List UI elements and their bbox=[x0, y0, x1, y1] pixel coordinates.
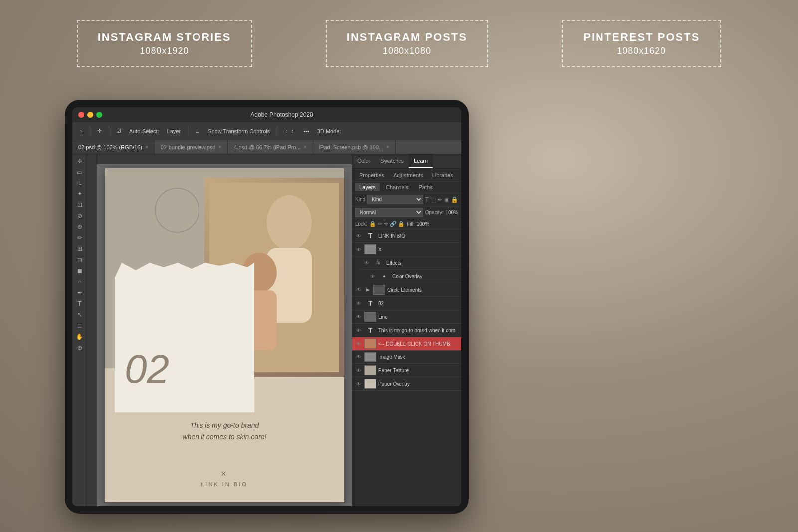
tool-eraser[interactable]: ◻ bbox=[74, 255, 86, 265]
tool-type[interactable]: T bbox=[74, 299, 86, 309]
ps-main: ✛ ▭ ʟ ✦ ⊡ ⊘ ⊕ ✏ ⊞ ◻ ◼ ○ ✒ T ↖ □ ✋ ⊕ bbox=[72, 154, 461, 506]
eye-icon-7[interactable]: 👁 bbox=[355, 314, 362, 320]
eye-icon-2[interactable]: 👁 bbox=[355, 247, 362, 252]
toolbar-sep-4 bbox=[277, 126, 277, 136]
tool-marquee[interactable]: ▭ bbox=[74, 167, 86, 177]
instagram-posts-subtitle: 1080x1080 bbox=[347, 46, 467, 56]
maximize-button[interactable] bbox=[96, 112, 102, 118]
lock-icons[interactable]: 🔒 ✏ ✛ 🔗 🔒 bbox=[369, 221, 405, 227]
close-tab-4[interactable]: × bbox=[386, 144, 389, 150]
more-btn[interactable]: ••• bbox=[300, 127, 312, 135]
close-button[interactable] bbox=[78, 112, 84, 118]
tab-swatches[interactable]: Swatches bbox=[375, 154, 409, 168]
tab-4[interactable]: iPad_Screen.psb @ 100... × bbox=[313, 140, 396, 154]
tool-hand[interactable]: ✋ bbox=[74, 332, 86, 342]
ruler-vertical bbox=[87, 154, 97, 506]
group-arrow-5[interactable]: ▶ bbox=[364, 287, 371, 292]
tool-crop[interactable]: ⊡ bbox=[74, 200, 86, 210]
tool-gradient[interactable]: ◼ bbox=[74, 266, 86, 276]
tool-clone[interactable]: ⊞ bbox=[74, 244, 86, 254]
kind-select[interactable]: Kind bbox=[367, 195, 423, 204]
tab-layers[interactable]: Layers bbox=[355, 183, 380, 191]
minimize-button[interactable] bbox=[87, 112, 93, 118]
move-tool[interactable]: ✛ bbox=[94, 127, 105, 135]
blend-mode-select[interactable]: Normal bbox=[355, 208, 423, 217]
eye-icon-4[interactable]: 👁 bbox=[369, 274, 376, 279]
layer-name-7: Line bbox=[378, 314, 458, 320]
sub-tab-adjustments[interactable]: Adjustments bbox=[389, 171, 427, 179]
layer-link-in-bio[interactable]: 👁 T LINK IN BIO bbox=[352, 229, 461, 243]
layer-x[interactable]: 👁 X bbox=[352, 243, 461, 256]
canvas-stamp bbox=[155, 188, 200, 233]
mode-label: 3D Mode: bbox=[314, 127, 344, 135]
sub-tab-libraries[interactable]: Libraries bbox=[428, 171, 457, 179]
tool-lasso[interactable]: ʟ bbox=[74, 178, 86, 188]
tool-magic-wand[interactable]: ✦ bbox=[74, 189, 86, 199]
layer-select[interactable]: Layer bbox=[164, 127, 184, 135]
eye-icon-10[interactable]: 👁 bbox=[355, 355, 362, 360]
tab-paths[interactable]: Paths bbox=[415, 183, 437, 191]
document-tabs: 02.psd @ 100% (RGB/16) × 02-bundle-previ… bbox=[72, 140, 461, 154]
eye-icon-3[interactable]: 👁 bbox=[363, 260, 370, 266]
close-tab-3[interactable]: × bbox=[304, 144, 307, 150]
canvas-number: 02 bbox=[125, 347, 169, 392]
tool-path-select[interactable]: ↖ bbox=[74, 310, 86, 320]
tab-learn[interactable]: Learn bbox=[409, 154, 433, 168]
layers-channels-paths: Layers Channels Paths bbox=[352, 182, 461, 193]
layer-line[interactable]: 👁 Line bbox=[352, 310, 461, 324]
eye-icon-12[interactable]: 👁 bbox=[355, 381, 362, 387]
layer-effects[interactable]: 👁 fx Effects bbox=[360, 256, 461, 270]
tab-2[interactable]: 02-bundle-preview.psd × bbox=[155, 140, 228, 154]
canvas-area[interactable]: 02 This is my go-to brand when it comes … bbox=[87, 154, 352, 506]
tool-zoom[interactable]: ⊕ bbox=[74, 343, 86, 353]
tool-spot-heal[interactable]: ⊕ bbox=[74, 222, 86, 232]
canvas-text: This is my go-to brand when it comes to … bbox=[120, 420, 329, 442]
tab-channels[interactable]: Channels bbox=[382, 183, 412, 191]
instagram-stories-subtitle: 1080x1920 bbox=[98, 46, 231, 56]
thumb-12 bbox=[364, 379, 376, 389]
thumb-6: T bbox=[364, 298, 376, 308]
tab-color[interactable]: Color bbox=[352, 154, 375, 168]
layer-paper-texture[interactable]: 👁 Paper Texture bbox=[352, 364, 461, 377]
layer-02[interactable]: 👁 T 02 bbox=[352, 297, 461, 310]
eye-icon-6[interactable]: 👁 bbox=[355, 301, 362, 306]
tool-eyedropper[interactable]: ⊘ bbox=[74, 211, 86, 221]
ruler-horizontal bbox=[97, 154, 352, 164]
thumb-2 bbox=[364, 244, 376, 254]
canvas-background: 02 This is my go-to brand when it comes … bbox=[97, 164, 352, 506]
tab-1[interactable]: 02.psd @ 100% (RGB/16) × bbox=[72, 140, 155, 154]
eye-icon-5[interactable]: 👁 bbox=[355, 287, 362, 293]
layer-color-overlay[interactable]: 👁 ● Color Overlay bbox=[366, 270, 461, 283]
tool-dodge[interactable]: ○ bbox=[74, 277, 86, 287]
eye-icon-8[interactable]: 👁 bbox=[355, 328, 362, 333]
close-tab-2[interactable]: × bbox=[218, 144, 221, 150]
tool-brush[interactable]: ✏ bbox=[74, 233, 86, 243]
sub-tab-properties[interactable]: Properties bbox=[355, 171, 388, 179]
label-instagram-stories: INSTAGRAM STORIES 1080x1920 bbox=[77, 20, 252, 67]
layer-circle-elements[interactable]: 👁 ▶ Circle Elements bbox=[352, 283, 461, 297]
thumb-11 bbox=[364, 365, 376, 375]
tab-3[interactable]: 4.psd @ 66,7% (iPad Pro... × bbox=[228, 140, 313, 154]
show-transform-checkbox[interactable]: ☐ bbox=[192, 127, 203, 135]
eye-icon-1[interactable]: 👁 bbox=[355, 233, 362, 239]
layers-list: 👁 T LINK IN BIO 👁 X 👁 fx Effects bbox=[352, 229, 461, 506]
show-transform-label: Show Transform Controls bbox=[205, 127, 273, 135]
label-pinterest-posts: PINTEREST POSTS 1080x1620 bbox=[562, 20, 721, 67]
label-instagram-posts: INSTAGRAM POSTS 1080x1080 bbox=[326, 20, 488, 67]
opacity-label: Opacity: bbox=[425, 210, 444, 215]
layer-image-mask[interactable]: 👁 Image Mask bbox=[352, 351, 461, 364]
align-btns[interactable]: ⋮⋮ bbox=[281, 127, 298, 135]
layer-text-body[interactable]: 👁 T This is my go-to brand when it com bbox=[352, 324, 461, 337]
tool-shape[interactable]: □ bbox=[74, 321, 86, 331]
layer-placeholder[interactable]: 👁 <-- DOUBLE CLICK ON THUMB bbox=[352, 337, 461, 351]
eye-icon-9[interactable]: 👁 bbox=[355, 341, 362, 347]
tool-pen[interactable]: ✒ bbox=[74, 288, 86, 298]
window-title: Adobe Photoshop 2020 bbox=[108, 111, 455, 118]
eye-icon-11[interactable]: 👁 bbox=[355, 368, 362, 373]
close-tab-1[interactable]: × bbox=[145, 144, 148, 150]
tool-move[interactable]: ✛ bbox=[74, 156, 86, 166]
layer-paper-overlay[interactable]: 👁 Paper Overlay bbox=[352, 377, 461, 391]
home-btn[interactable]: ⌂ bbox=[76, 127, 86, 135]
canvas-bottom-text: × LINK IN BIO bbox=[105, 469, 344, 487]
auto-select-checkbox[interactable]: ☑ bbox=[113, 127, 124, 135]
